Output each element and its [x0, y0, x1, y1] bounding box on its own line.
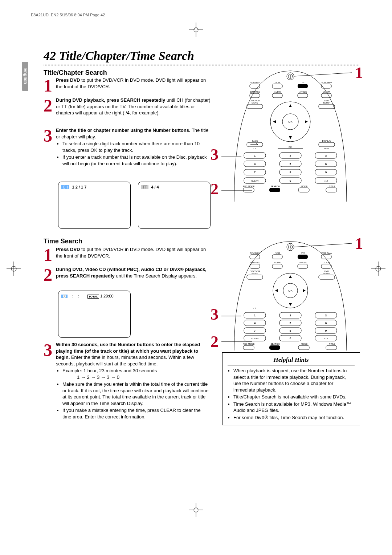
svg-text:VCR: VCR — [275, 252, 280, 254]
svg-marker-36 — [289, 104, 292, 107]
step-3: 3 Within 30 seconds, use the Number butt… — [44, 341, 211, 420]
svg-text:3: 3 — [325, 154, 327, 157]
callout-2: 2 — [211, 180, 219, 198]
svg-text:ANGLE: ANGLE — [299, 262, 307, 264]
svg-text:OK: OK — [288, 289, 293, 292]
svg-text:6: 6 — [325, 321, 327, 325]
hints-title: Helpful Hints — [228, 356, 355, 365]
list-item: Example: 1 hour, 23 minutes and 30 secon… — [62, 368, 211, 380]
svg-text:F.F.: F.F. — [289, 146, 292, 148]
svg-rect-17 — [298, 84, 308, 88]
list-item: To select a single-digit track number wh… — [62, 141, 211, 153]
svg-text:2: 2 — [290, 314, 291, 317]
svg-text:1: 1 — [254, 314, 256, 317]
page-title: 42 Title/Chapter/Time Search — [44, 49, 194, 63]
svg-rect-24 — [272, 93, 282, 98]
callout-3: 3 — [211, 305, 219, 324]
svg-rect-93 — [321, 255, 331, 259]
svg-text:TV/VIDEO: TV/VIDEO — [250, 81, 260, 84]
svg-text:CLEAR: CLEAR — [251, 337, 259, 340]
step-1: 1 Press DVD to put the DVD/VCR in DVD mo… — [44, 77, 211, 94]
display-examples: CH 1 2 / 1 7 TT 4 / 4 — [58, 182, 211, 229]
svg-text:1: 1 — [254, 154, 256, 157]
svg-rect-98 — [250, 264, 260, 268]
svg-text:ZOOM: ZOOM — [323, 91, 330, 93]
svg-text:MENU: MENU — [252, 272, 258, 275]
svg-text:TITLE: TITLE — [329, 343, 335, 345]
svg-text:VCR: VCR — [275, 81, 280, 84]
svg-marker-113 — [275, 289, 278, 292]
svg-text:CLEAR: CLEAR — [251, 180, 259, 182]
remote-svg: TV/VIDEOVCRDVDVCR Plus+ SUBTITLEAUDIOANG… — [221, 238, 359, 351]
svg-text:0: 0 — [290, 179, 291, 182]
remote-diagram-1: 1 2 3 TV/VIDEOVCRDVDVCR Plus+ SUBTITLEAU… — [221, 67, 359, 202]
svg-text:2: 2 — [290, 154, 291, 157]
title-underline — [44, 65, 359, 65]
svg-text:V.S.: V.S. — [253, 307, 257, 309]
step-number-1: 1 — [44, 246, 52, 264]
svg-text:SUBTITLE: SUBTITLE — [250, 91, 260, 93]
svg-marker-37 — [289, 136, 292, 139]
svg-rect-106 — [247, 275, 263, 279]
svg-text:7: 7 — [254, 171, 256, 174]
svg-text:ANGLE: ANGLE — [299, 91, 307, 93]
crop-mark-right — [371, 262, 385, 278]
remote-svg: TV/VIDEOVCRDVDVCR Plus+ SUBTITLEAUDIOANG… — [221, 67, 359, 202]
svg-text:V.S.: V.S. — [253, 147, 257, 150]
svg-text:DVD: DVD — [301, 81, 306, 84]
svg-text:AUDIO: AUDIO — [274, 262, 281, 264]
svg-text:DISPLAY: DISPLAY — [322, 140, 331, 142]
step-1: 1 Press DVD to put the DVD/VCR in DVD mo… — [44, 246, 211, 264]
remote-diagram-2: 1 2 3 TV/VIDEOVCRDVDVCR Plus+ SUBTITLEAU… — [221, 238, 359, 351]
svg-line-83 — [294, 243, 352, 247]
svg-text:MODE: MODE — [301, 343, 307, 345]
tt-display: TT 4 / 4 — [138, 182, 211, 229]
section-title-chapter: Title/Chapter Search — [44, 69, 107, 77]
step-2: 2 During DVD playback, press SEARCH repe… — [44, 97, 211, 116]
svg-rect-26 — [321, 93, 331, 98]
svg-marker-111 — [289, 275, 292, 278]
list-item: When playback is stopped, use the Number… — [233, 368, 355, 393]
svg-text:AUDIO: AUDIO — [274, 91, 281, 93]
step-number-3: 3 — [44, 341, 52, 359]
svg-marker-112 — [289, 303, 292, 306]
list-item: Title/Chapter Search is not available wi… — [233, 394, 355, 400]
svg-text:5: 5 — [290, 321, 291, 325]
svg-rect-32 — [319, 104, 335, 109]
svg-text:MENU: MENU — [252, 102, 258, 104]
svg-marker-114 — [303, 289, 306, 292]
svg-rect-77 — [269, 188, 280, 192]
crop-mark-left — [7, 262, 21, 278]
list-item: If you enter a track number that is not … — [62, 154, 211, 167]
list-item: For some DivX® files, Time Search may no… — [233, 414, 355, 421]
step-number-2: 2 — [44, 266, 52, 284]
svg-text:9: 9 — [325, 171, 327, 174]
svg-rect-91 — [272, 255, 282, 259]
list-item: If you make a mistake entering the time,… — [62, 407, 211, 420]
clock-icon: 🕐 — [61, 295, 68, 298]
svg-rect-100 — [298, 264, 308, 268]
svg-rect-92 — [298, 255, 308, 259]
callout-1: 1 — [355, 64, 363, 82]
svg-text:OK: OK — [288, 120, 293, 123]
svg-text:4: 4 — [254, 321, 256, 325]
language-tab: English — [22, 62, 28, 91]
svg-text:3: 3 — [325, 314, 327, 317]
svg-text:REC MODE: REC MODE — [243, 185, 254, 187]
svg-text:0: 0 — [290, 337, 291, 340]
callout-1: 1 — [355, 234, 363, 253]
svg-text:SEARCH: SEARCH — [270, 185, 279, 187]
helpful-hints-box: Helpful Hints When playback is stopped, … — [222, 352, 360, 425]
svg-rect-76 — [243, 188, 254, 192]
svg-rect-31 — [247, 104, 263, 109]
svg-rect-25 — [298, 93, 308, 98]
svg-text:4: 4 — [254, 162, 256, 166]
time-display: 🕐 _:_ _:_ _ TOTAL 1:29:00 — [58, 291, 131, 338]
svg-text:9: 9 — [325, 329, 327, 332]
svg-rect-78 — [298, 188, 309, 192]
svg-text:REW: REW — [324, 147, 329, 150]
svg-rect-144 — [243, 345, 254, 350]
list-item: Make sure the time you enter is within t… — [62, 381, 211, 406]
svg-text:SETUP: SETUP — [323, 272, 330, 275]
svg-text:ZOOM: ZOOM — [323, 262, 330, 264]
